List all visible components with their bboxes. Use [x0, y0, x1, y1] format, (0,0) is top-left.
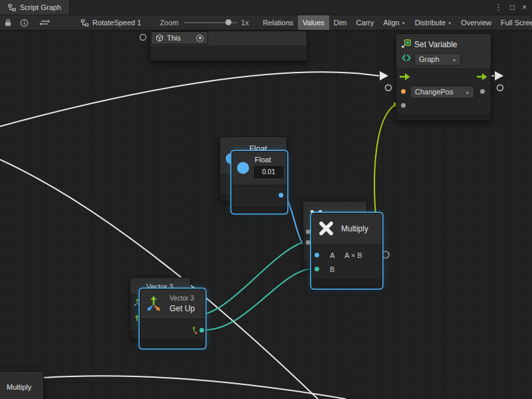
dim-button[interactable]: Dim [329, 15, 352, 30]
script-graph-icon [8, 4, 16, 11]
node-float[interactable]: Float 0.01 [231, 151, 287, 213]
menu-icon[interactable]: ⋮ [495, 3, 503, 11]
unity-script-graph-window: Script Graph ⋮ □ × RotateSpeed 1 Zoom 1x [0, 0, 532, 399]
swap-arrows-icon[interactable] [37, 19, 53, 26]
align-button[interactable]: Align▼ [378, 15, 410, 30]
vector3-arrows-icon [145, 295, 162, 312]
cube-icon [156, 34, 164, 42]
variable-icon [401, 39, 411, 49]
port-unconnected[interactable] [140, 35, 146, 41]
zoom-slider-handle[interactable] [225, 19, 231, 25]
toolbar-actions: Relations Values Dim Carry Align▼ Distri… [258, 15, 532, 30]
wire-arrowhead [495, 71, 503, 80]
scope-dropdown[interactable]: Graph ▼ [414, 53, 461, 66]
fullscreen-button[interactable]: Full Screen [496, 15, 532, 30]
float-icon [237, 162, 249, 174]
window-controls: ⋮ □ × [495, 0, 532, 15]
tab-bar: Script Graph ⋮ □ × [0, 0, 532, 15]
port-b-label: B [330, 266, 334, 273]
close-icon[interactable]: × [522, 3, 527, 11]
tab-title: Script Graph [20, 3, 61, 11]
node-title: Multiply [7, 384, 31, 391]
node-title: Set Variable [414, 41, 457, 49]
port-vector-output[interactable] [200, 328, 204, 332]
port-this-output[interactable] [196, 35, 203, 42]
node-this[interactable]: This [151, 31, 208, 45]
port-result-label: A × B [344, 252, 362, 259]
info-icon[interactable] [16, 19, 32, 27]
node-title: Get Up [170, 305, 195, 313]
wire-vector-front[interactable] [204, 269, 311, 330]
tab-script-graph[interactable]: Script Graph [0, 0, 70, 15]
port-unconnected[interactable] [386, 85, 392, 91]
variable-dropdown[interactable]: ChangePos ▼ [410, 86, 474, 98]
port-b-input[interactable] [315, 267, 319, 271]
multiply-icon [318, 220, 334, 237]
node-title: Float [255, 156, 271, 164]
maximize-icon[interactable]: □ [510, 3, 515, 11]
flow-in-arrow-icon[interactable] [400, 72, 410, 81]
node-multiply[interactable]: Multiply A A × B B [311, 213, 382, 289]
values-button[interactable]: Values [298, 15, 329, 30]
port-a-input[interactable] [315, 253, 319, 257]
zoom-slider[interactable] [184, 15, 237, 30]
port-extra[interactable] [401, 103, 406, 108]
lock-icon[interactable] [0, 19, 16, 27]
port-input[interactable] [306, 240, 311, 245]
toolbar-separator [34, 19, 35, 27]
graph-toolbar: RotateSpeed 1 Zoom 1x Relations Values D… [0, 15, 532, 31]
chevron-down-icon: ▼ [448, 21, 452, 25]
chevron-down-icon: ▼ [402, 21, 406, 25]
port-input[interactable] [306, 229, 311, 234]
distribute-button[interactable]: Distribute▼ [410, 15, 456, 30]
node-vector3-get-up[interactable]: Vector 3 Get Up [140, 289, 205, 348]
chevron-down-icon: ▼ [452, 59, 456, 63]
port-value-output[interactable] [480, 89, 485, 94]
node-multiply-corner[interactable]: Multiply [0, 371, 44, 399]
wire-flow-bottom[interactable] [43, 376, 346, 399]
port-a-label: A [330, 252, 334, 259]
node-set-variable[interactable]: Set Variable Graph ▼ ChangePos ▼ [396, 33, 491, 121]
port-value-input[interactable] [401, 89, 406, 94]
graph-breadcrumb[interactable]: RotateSpeed 1 [80, 19, 141, 27]
zoom-value: 1x [241, 19, 249, 27]
zoom-label: Zoom [160, 19, 178, 27]
chevron-down-icon: ▼ [466, 91, 469, 95]
graph-icon [80, 19, 89, 27]
carry-button[interactable]: Carry [351, 15, 378, 30]
relations-button[interactable]: Relations [258, 15, 298, 30]
vector3-output-icon [190, 326, 198, 334]
port-float-output[interactable] [279, 193, 283, 198]
wire-flow-left[interactable] [0, 72, 379, 126]
port-multiply-result[interactable] [382, 251, 389, 258]
code-icon [402, 54, 411, 62]
wire-arrowhead [380, 71, 388, 80]
node-type-label: Vector 3 [170, 295, 194, 302]
wire-variable[interactable] [374, 104, 396, 223]
float-value-input[interactable]: 0.01 [254, 166, 283, 178]
flow-out-arrow-icon[interactable] [477, 72, 487, 81]
node-title: Multiply [341, 225, 368, 233]
node-title: This [167, 35, 181, 42]
graph-canvas[interactable]: This Set Variable Graph ▼ ChangePos ▼ [0, 31, 532, 399]
port-unconnected[interactable] [497, 85, 503, 91]
overview-button[interactable]: Overview [456, 15, 496, 30]
graph-name: RotateSpeed 1 [92, 19, 141, 27]
